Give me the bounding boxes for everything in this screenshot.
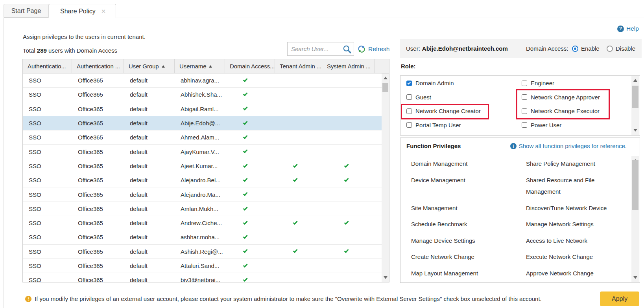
checkbox-icon[interactable] (522, 122, 527, 128)
role-option-guest[interactable]: Guest (406, 94, 431, 101)
privilege-item: Schedule Benchmark (411, 218, 526, 230)
cell-6 (275, 216, 322, 230)
privilege-item: Access to Live Network (526, 235, 627, 247)
apply-button[interactable]: Apply (600, 292, 639, 306)
disable-label: Disable (616, 45, 635, 52)
cell-1: SSO (23, 245, 72, 258)
scroll-down-icon[interactable] (633, 129, 637, 132)
radio-off-icon[interactable] (607, 46, 613, 52)
role-option-network-change-executor[interactable]: Network Change Executor (522, 108, 600, 114)
cell-2: Office365 (72, 173, 124, 187)
table-row[interactable]: SSOOffice365defaultashhar.moha... (23, 230, 382, 244)
table-row[interactable]: SSOOffice365defaultAlejandro.Bel... (23, 173, 382, 187)
cell-4: Amlan.Mukh... (175, 202, 225, 216)
scroll-up-icon[interactable] (633, 79, 637, 82)
privilege-item: Device Management (411, 174, 526, 198)
table-row[interactable]: SSOOffice365defaultAhmed.Alam... (23, 130, 382, 145)
role-option-network-change-creator[interactable]: Network Change Creator (406, 108, 481, 114)
table-row[interactable]: SSOOffice365defaultAjayKumar.V... (23, 145, 382, 159)
tab-share-policy[interactable]: Share Policy ✕ (49, 4, 116, 18)
check-icon (243, 277, 248, 282)
refresh-button[interactable]: Refresh (358, 42, 389, 56)
table-row[interactable]: SSOOffice365defaultAbigail.Raml... (23, 102, 382, 116)
cell-4: Ashish.Regi@... (175, 245, 225, 258)
check-icon (243, 134, 248, 139)
role-option-portal-temp-user[interactable]: Portal Temp User (406, 122, 461, 128)
scrollbar-thumb[interactable] (382, 83, 388, 92)
tab-close-icon[interactable]: ✕ (101, 8, 106, 14)
column-header-7[interactable]: System Admin ... (322, 59, 375, 73)
privilege-row: Domain ManagementShare Policy Management (411, 158, 631, 170)
cell-1: SSO (23, 187, 72, 201)
help-link[interactable]: ? Help (617, 25, 639, 32)
column-header-3[interactable]: User Group (124, 59, 175, 73)
table-scrollbar[interactable] (382, 73, 389, 282)
privilege-item: Map Layout Management (411, 268, 526, 279)
cell-1: SSO (23, 116, 72, 130)
column-header-label: Authentication ... (77, 63, 120, 70)
table-row[interactable]: SSOOffice365defaultAbije.Edoh@... (23, 116, 382, 130)
column-header-label: Tenant Admin ... (280, 63, 321, 70)
checkbox-icon[interactable] (406, 122, 412, 128)
cell-1: SSO (23, 145, 72, 158)
role-option-power-user[interactable]: Power User (522, 122, 561, 128)
role-option-label: Network Change Creator (415, 108, 481, 114)
radio-on-icon[interactable] (572, 46, 578, 52)
table-row[interactable]: SSOOffice365defaultAbhishek.Sha... (23, 88, 382, 102)
column-header-6[interactable]: Tenant Admin ... (275, 59, 322, 73)
cell-7 (322, 130, 375, 144)
scroll-up-icon[interactable] (384, 77, 388, 79)
column-header-4[interactable]: Username (175, 59, 225, 73)
checkbox-icon[interactable] (406, 94, 412, 100)
search-icon[interactable] (342, 44, 352, 54)
total-suffix: users with Domain Access (47, 47, 117, 54)
column-header-2[interactable]: Authentication ... (72, 59, 124, 73)
domain-access-disable-radio[interactable]: Disable (607, 39, 635, 58)
check-icon (243, 191, 248, 196)
total-users-text: Total 289 users with Domain Access (23, 47, 117, 54)
checkbox-icon[interactable] (522, 108, 527, 114)
checkbox-icon[interactable] (522, 94, 527, 100)
role-option-domain-admin[interactable]: Domain Admin (406, 80, 454, 86)
cell-2: Office365 (72, 202, 124, 216)
scroll-down-icon[interactable] (384, 276, 388, 279)
cell-7 (322, 259, 375, 273)
privilege-item: Site Management (411, 202, 526, 214)
table-row[interactable]: SSOOffice365defaultbiv3@netbrai... (23, 273, 382, 282)
cell-4: Abije.Edoh@... (175, 116, 225, 130)
column-header-label: Authenticatio... (28, 63, 66, 70)
cell-7 (322, 73, 375, 87)
show-all-privileges-link[interactable]: i Show all function privileges for refer… (510, 143, 627, 149)
check-icon (293, 248, 298, 253)
role-scrollbar[interactable] (631, 76, 639, 135)
checkbox-icon[interactable] (522, 81, 527, 86)
scroll-down-icon[interactable] (633, 276, 637, 279)
checkbox-icon[interactable] (406, 108, 412, 114)
role-option-label: Guest (415, 94, 431, 101)
cell-4: biv3@netbrai... (175, 273, 225, 282)
cell-4: Abigail.Raml... (175, 102, 225, 116)
table-row[interactable]: SSOOffice365defaultabhinav.agra... (23, 73, 382, 88)
table-row[interactable]: SSOOffice365defaultAjeet.Kumar... (23, 159, 382, 173)
domain-access-enable-radio[interactable]: Enable (572, 39, 600, 58)
privileges-scrollbar[interactable] (631, 156, 639, 282)
column-header-1[interactable]: Authenticatio... (23, 59, 72, 73)
search-user-input[interactable] (288, 42, 342, 55)
role-option-network-change-approver[interactable]: Network Change Approver (522, 94, 600, 101)
table-row[interactable]: SSOOffice365defaultAmlan.Mukh... (23, 202, 382, 216)
role-option-engineer[interactable]: Engineer (522, 80, 554, 86)
cell-4: AjayKumar.V... (175, 145, 225, 158)
checkbox-checked-icon[interactable] (406, 81, 412, 86)
scrollbar-thumb[interactable] (632, 86, 638, 108)
privilege-item: Share Policy Management (526, 158, 627, 170)
cell-5 (225, 216, 275, 230)
table-row[interactable]: SSOOffice365defaultAlejandro.Ma... (23, 187, 382, 202)
table-row[interactable]: SSOOffice365defaultAshish.Regi@... (23, 245, 382, 259)
table-row[interactable]: SSOOffice365defaultAndrew.Ciche... (23, 216, 382, 230)
tab-start-page[interactable]: Start Page (4, 4, 49, 18)
scrollbar-thumb[interactable] (632, 160, 638, 210)
cell-3: default (124, 245, 175, 258)
column-header-5[interactable]: Domain Access... (225, 59, 275, 73)
table-row[interactable]: SSOOffice365defaultAttaluri.Sand... (23, 259, 382, 273)
user-email: Abije.Edoh@netbraintech.com (422, 45, 508, 52)
